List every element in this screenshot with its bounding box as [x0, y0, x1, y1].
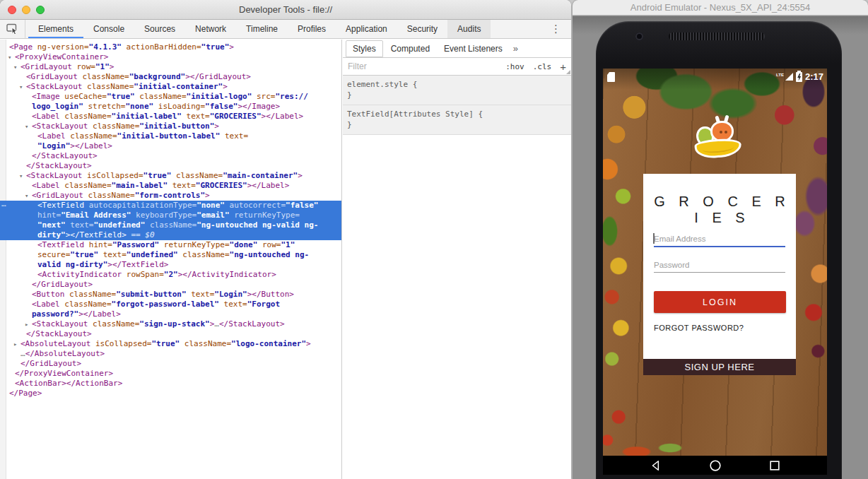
- code-token: text=: [168, 181, 196, 190]
- css-rule[interactable]: TextField[Attributes Style] {}: [343, 105, 571, 135]
- back-button[interactable]: [649, 459, 663, 473]
- devtools-tab-profiles[interactable]: Profiles: [288, 20, 336, 38]
- dom-tree-line[interactable]: …<TextField autocapitalizationType="none…: [0, 201, 341, 211]
- collapse-arrow-icon[interactable]: ▾: [13, 62, 20, 72]
- add-style-rule-button[interactable]: +: [560, 61, 566, 73]
- collapse-arrow-icon[interactable]: ▾: [25, 122, 32, 131]
- css-rule-selector[interactable]: TextField[Attributes Style] {: [347, 109, 567, 119]
- devtools-tab-security[interactable]: Security: [397, 20, 447, 38]
- password-field[interactable]: Password: [654, 261, 785, 273]
- collapse-arrow-icon[interactable]: ▾: [25, 191, 32, 201]
- sign-up-button[interactable]: SIGN UP HERE: [643, 359, 796, 375]
- dom-tree-line[interactable]: ▾<StackLayout isCollapsed="true" classNa…: [0, 171, 341, 181]
- devtools-tab-audits[interactable]: Audits: [447, 20, 491, 38]
- network-type-label: LTE: [776, 73, 784, 77]
- dom-tree-line[interactable]: ▾<ProxyViewContainer>: [0, 52, 341, 62]
- minimize-button[interactable]: [22, 6, 30, 14]
- dom-tree-line[interactable]: </StackLayout>: [0, 161, 341, 171]
- styles-filter-input[interactable]: [348, 61, 447, 71]
- dom-tree-line[interactable]: </StackLayout>: [0, 329, 341, 339]
- home-button[interactable]: [708, 459, 722, 473]
- code-token: ></Button>: [247, 290, 294, 299]
- dom-tree-line[interactable]: password?"></Label>: [0, 309, 341, 319]
- element-options-icon[interactable]: …: [1, 199, 6, 209]
- login-button[interactable]: LOGIN: [654, 291, 786, 313]
- dom-tree-line[interactable]: </GridLayout>: [0, 359, 341, 369]
- dom-tree-line[interactable]: "next" text="undefined" className="ng-un…: [0, 220, 341, 230]
- dom-tree-line[interactable]: secure="true" text="undefined" className…: [0, 250, 341, 260]
- code-token: "Forgot: [247, 300, 280, 309]
- forgot-password-link[interactable]: FORGOT PASSWORD?: [654, 324, 744, 332]
- collapse-arrow-icon[interactable]: ▾: [19, 82, 26, 92]
- dom-tree-line[interactable]: <Label className="main-label" text="GROC…: [0, 181, 341, 191]
- styles-tab-event-listeners[interactable]: Event Listeners: [438, 41, 509, 57]
- code-token: <TextField: [37, 201, 84, 210]
- devtools-tab-elements[interactable]: Elements: [28, 20, 83, 38]
- css-rule-selector[interactable]: element.style {: [347, 79, 567, 90]
- dom-tree-line[interactable]: <Label className="initial-button-label" …: [0, 131, 341, 141]
- code-token: "main-label": [112, 181, 168, 190]
- dom-tree-line[interactable]: ▾<GridLayout row="1">: [0, 62, 341, 72]
- collapse-arrow-icon[interactable]: ▾: [8, 52, 15, 62]
- recents-button[interactable]: [768, 459, 782, 473]
- code-token: <Page: [9, 42, 33, 52]
- dom-tree-line[interactable]: ▾<GridLayout className="form-controls">: [0, 191, 341, 201]
- code-token: </GridLayout>: [20, 359, 81, 368]
- code-token: "forgot-password-label": [112, 300, 219, 309]
- status-bar: LTE 2:17: [603, 71, 827, 83]
- dom-tree-line[interactable]: </GridLayout>: [0, 280, 341, 290]
- dom-tree-line[interactable]: ▸<AbsoluteLayout isCollapsed="true" clas…: [0, 339, 341, 349]
- devtools-tab-network[interactable]: Network: [185, 20, 236, 38]
- dom-tree-line[interactable]: </StackLayout>: [0, 151, 341, 161]
- dom-tree-line[interactable]: ▾<StackLayout className="initial-button"…: [0, 122, 341, 131]
- dom-tree-line[interactable]: dirty"></TextField> == $0: [0, 230, 341, 240]
- styles-tabs: StylesComputedEvent Listeners»: [343, 40, 571, 58]
- code-token: className=: [60, 112, 112, 121]
- dom-tree-line[interactable]: ▾<StackLayout className="initial-contain…: [0, 82, 341, 92]
- expand-arrow-icon[interactable]: ▸: [25, 319, 32, 329]
- code-token: "4.1.3": [89, 42, 122, 52]
- code-token: "main-container": [223, 171, 298, 180]
- zoom-button[interactable]: [36, 6, 45, 14]
- styles-tab-computed[interactable]: Computed: [385, 41, 436, 57]
- overflow-chevron-icon[interactable]: »: [510, 43, 521, 54]
- dom-tree-line[interactable]: </Page>: [0, 389, 341, 398]
- dom-tree-line[interactable]: <Page ng-version="4.1.3" actionBarHidden…: [0, 42, 341, 52]
- dom-tree-line[interactable]: <Button className="submit-button" text="…: [0, 290, 341, 300]
- collapse-arrow-icon[interactable]: ▾: [19, 171, 26, 181]
- kebab-menu-icon[interactable]: ⋮: [548, 20, 564, 38]
- dom-tree-line[interactable]: <Image useCache="true" className="initia…: [0, 92, 341, 102]
- dom-tree-line[interactable]: <ActionBar></ActionBar>: [0, 379, 341, 389]
- code-token: "Login": [214, 290, 247, 299]
- css-rule[interactable]: element.style {}: [343, 76, 571, 105]
- dom-tree-line[interactable]: …</AbsoluteLayout>: [0, 349, 341, 359]
- devtools-tab-timeline[interactable]: Timeline: [236, 20, 288, 38]
- email-field[interactable]: Email Address: [654, 235, 785, 247]
- devtools-tab-application[interactable]: Application: [336, 20, 397, 38]
- devtools-tab-sources[interactable]: Sources: [134, 20, 185, 38]
- code-token: "true": [107, 92, 135, 101]
- dom-tree-line[interactable]: valid ng-dirty"></TextField>: [0, 260, 341, 270]
- groceries-logo: [692, 119, 749, 163]
- dom-tree-line[interactable]: <Label className="forgot-password-label"…: [0, 300, 341, 309]
- dom-tree-line[interactable]: hint="Email Address" keyboardType="email…: [0, 211, 341, 220]
- inspect-element-button[interactable]: [0, 20, 25, 38]
- dom-tree-line[interactable]: <ActivityIndicator rowSpan="2"></Activit…: [0, 270, 341, 280]
- expand-arrow-icon[interactable]: ▸: [13, 339, 20, 349]
- hover-state-toggle[interactable]: :hov: [505, 62, 524, 71]
- dom-tree-line[interactable]: logo_login" stretch="none" isLoading="fa…: [0, 102, 341, 112]
- class-toggle[interactable]: .cls: [533, 62, 552, 71]
- login-card: G R O C E R I E S Email Address Password…: [643, 174, 796, 359]
- styles-tab-styles[interactable]: Styles: [346, 40, 383, 57]
- dom-tree-line[interactable]: <GridLayout className="background"></Gri…: [0, 72, 341, 82]
- dom-tree-line[interactable]: "Login"></Label>: [0, 141, 341, 151]
- close-button[interactable]: [8, 6, 16, 14]
- dom-tree-line[interactable]: ▸<StackLayout className="sign-up-stack">…: [0, 319, 341, 329]
- resize-grip-icon[interactable]: [566, 70, 570, 74]
- devtools-tab-console[interactable]: Console: [83, 20, 134, 38]
- code-token: <ActivityIndicator: [37, 270, 122, 279]
- code-token: <StackLayout: [26, 82, 82, 91]
- dom-tree-line[interactable]: <Label className="initial-label" text="G…: [0, 112, 341, 122]
- dom-tree-line[interactable]: </ProxyViewContainer>: [0, 369, 341, 379]
- dom-tree-line[interactable]: <TextField hint="Password" returnKeyType…: [0, 240, 341, 250]
